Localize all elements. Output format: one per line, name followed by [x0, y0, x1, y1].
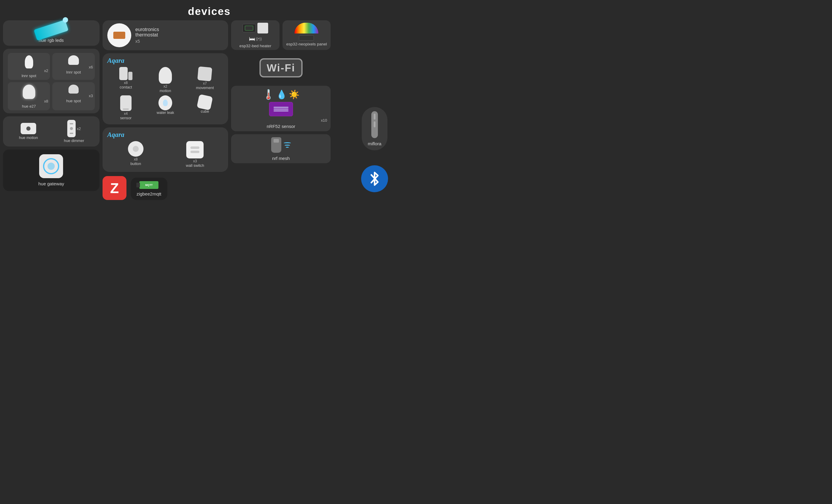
esp32-neo-label: esp32-neopixels panel	[286, 42, 327, 46]
eurotronics-sublabel: thermostat	[135, 32, 159, 38]
aqara-contact: x8 contact	[107, 67, 145, 93]
aqara-wall-switch-count: x3	[193, 159, 197, 163]
bulb-item-hue-spot: x3 hue spot	[52, 82, 95, 110]
miflora-card: miflora	[362, 107, 387, 150]
aqara-wall-switch-label: wall switch	[186, 163, 204, 168]
hue-gateway-label: hue gateway	[38, 181, 64, 186]
eurotronics-count: x5	[135, 39, 159, 44]
count-hue-e27: x8	[44, 99, 48, 103]
eurotronics-card: eurotronics thermostat x5	[103, 20, 228, 50]
nrf52-card: 🌡️ 💧 ☀️ x10 nRF52 sensor	[231, 86, 331, 131]
aqara-movement-count: x7	[203, 81, 207, 85]
bluetooth-card	[358, 162, 391, 195]
aqara-button-label: button	[130, 161, 141, 166]
page-title: devices	[0, 0, 419, 20]
bluetooth-icon	[368, 171, 381, 187]
nrf-mesh-label: nrf mesh	[272, 156, 290, 161]
aqara-sensor-count: x4	[124, 111, 128, 116]
zigbee-z-letter: Z	[110, 180, 119, 196]
bulb-item-hue-e27: x8 hue e27	[8, 82, 50, 110]
esp32-bed-card: 🛏 ((•)) esp32-bed heater	[231, 20, 279, 50]
zigbee2mqtt-label: zigbee2mqtt	[137, 191, 161, 196]
hue-dimmer-label: hue dimmer	[64, 138, 84, 143]
aqara-button-count: x8	[134, 157, 138, 161]
aqara-cube: cube	[186, 95, 223, 120]
zigbee-usb-label: MQTT	[145, 184, 153, 187]
aqara-movement-label: movement	[196, 85, 214, 90]
wifi-label: Wi-Fi	[267, 62, 295, 74]
hue-motion-item: hue motion	[8, 123, 49, 140]
name-lnnr-candle: lnnr spot	[22, 74, 36, 78]
wifi-section: Wi-Fi	[231, 53, 331, 83]
count-hue-spot: x3	[89, 94, 93, 98]
name-hue-spot: hue spot	[67, 99, 81, 103]
zigbee2mqtt-card: MQTT zigbee2mqtt	[131, 178, 167, 200]
aqara-water-leak-label: water leak	[157, 110, 174, 115]
aqara-logo: Aqara	[107, 57, 224, 64]
eurotronics-label: eurotronics	[135, 27, 159, 32]
hue-rgb-card: hue rgb leds	[3, 20, 100, 46]
nrf52-label: nRF52 sensor	[267, 124, 295, 129]
hue-rgb-label: hue rgb leds	[8, 38, 95, 43]
zigbee-logo: Z	[103, 176, 127, 200]
aqara-button: x8 button	[107, 141, 164, 168]
miflora-label: miflora	[368, 141, 382, 146]
aqara-big-card: Aqara x8 contact x2 motion	[103, 53, 228, 124]
aqara-small-card: Aqara x8 button	[103, 127, 228, 172]
aqara-contact-count: x8	[124, 81, 128, 85]
count-lnnr-gu10: x6	[89, 65, 93, 69]
hue-dimmer-count: x2	[77, 127, 81, 131]
aqara-motion: x2 motion	[147, 67, 184, 93]
aqara-sensor-label: sensor	[120, 116, 132, 120]
aqara-motion-label: motion	[160, 88, 171, 93]
name-hue-e27: hue e27	[22, 104, 36, 108]
aqara-wall-switch: x3 wall switch	[166, 141, 223, 168]
bulbs-card: x2 lnnr spot x6 lnnr spot	[3, 49, 100, 113]
esp32-bed-label: esp32-bed heater	[239, 44, 271, 48]
aqara-movement: x7 movement	[186, 67, 223, 93]
aqara-sensor: x4 sensor	[107, 95, 145, 120]
switches-card: hue motion x2 hue dimmer	[3, 116, 100, 147]
nrf-mesh-card: nrf mesh	[231, 134, 331, 163]
count-lnnr-candle: x2	[44, 69, 48, 73]
hue-motion-label: hue motion	[19, 135, 38, 140]
aqara-small-logo: Aqara	[107, 131, 224, 139]
hue-gateway-card: hue gateway	[3, 150, 100, 191]
hue-dimmer-item: x2 hue dimmer	[53, 120, 95, 143]
esp32-neo-card: esp32-neopixels panel	[283, 20, 331, 50]
aqara-motion-count: x2	[163, 84, 167, 88]
aqara-water-leak: water leak	[147, 95, 184, 120]
bulb-item-lnnr-gu10: x6 lnnr spot	[52, 53, 95, 80]
name-lnnr-gu10: lnnr spot	[67, 70, 81, 74]
aqara-contact-label: contact	[120, 85, 132, 89]
nrf52-count: x10	[321, 118, 327, 123]
bulb-item-lnnr-candle: x2 lnnr spot	[8, 53, 50, 80]
